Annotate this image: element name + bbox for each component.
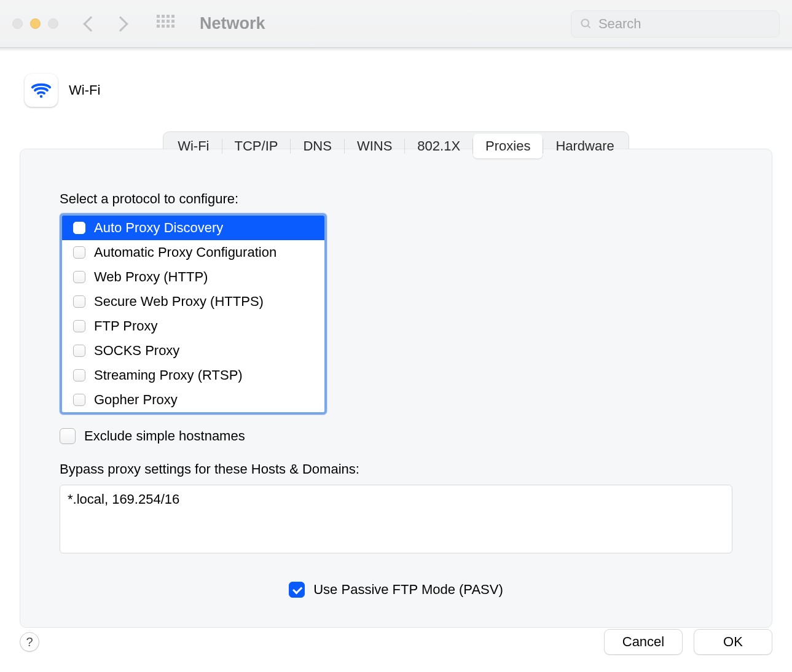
protocol-item-auto-discovery[interactable]: Auto Proxy Discovery <box>62 216 324 240</box>
window-zoom-button[interactable] <box>48 18 58 29</box>
traffic-lights <box>12 18 58 29</box>
proxies-panel: Select a protocol to configure: Auto Pro… <box>20 149 772 628</box>
protocol-checkbox[interactable] <box>73 320 85 332</box>
back-icon[interactable] <box>83 16 98 31</box>
protocol-list[interactable]: Auto Proxy Discovery Automatic Proxy Con… <box>60 213 327 415</box>
tab-dns[interactable]: DNS <box>291 134 343 158</box>
protocol-label: Automatic Proxy Configuration <box>94 244 276 260</box>
svg-line-1 <box>587 25 590 28</box>
protocol-item-auto-config[interactable]: Automatic Proxy Configuration <box>62 240 324 265</box>
tab-wifi[interactable]: Wi-Fi <box>165 134 221 158</box>
tab-proxies[interactable]: Proxies <box>473 134 543 158</box>
forward-icon[interactable] <box>112 16 128 31</box>
wifi-icon <box>25 74 58 107</box>
sheet-header: Wi-Fi <box>0 61 792 113</box>
ok-button[interactable]: OK <box>694 629 772 655</box>
protocol-label: Secure Web Proxy (HTTPS) <box>94 294 264 310</box>
svg-point-0 <box>581 19 589 26</box>
help-button[interactable]: ? <box>20 632 39 652</box>
svg-point-2 <box>40 95 43 98</box>
tab-bar: Wi-Fi TCP/IP DNS WINS 802.1X Proxies Har… <box>163 131 629 161</box>
tab-tcpip[interactable]: TCP/IP <box>222 134 291 158</box>
protocol-checkbox[interactable] <box>73 222 85 234</box>
cancel-button[interactable]: Cancel <box>604 629 683 655</box>
protocol-checkbox[interactable] <box>73 271 85 283</box>
protocol-checkbox[interactable] <box>73 246 85 259</box>
sheet-footer: ? Cancel OK <box>0 629 792 655</box>
protocol-item-gopher[interactable]: Gopher Proxy <box>62 388 324 412</box>
toolbar: Network <box>0 0 792 48</box>
exclude-simple-checkbox[interactable] <box>60 428 76 444</box>
protocol-checkbox[interactable] <box>73 345 85 357</box>
search-input[interactable] <box>598 16 770 32</box>
sheet-title: Wi-Fi <box>69 82 100 98</box>
protocol-label: FTP Proxy <box>94 318 158 334</box>
exclude-simple-row[interactable]: Exclude simple hostnames <box>60 428 732 444</box>
bypass-label: Bypass proxy settings for these Hosts & … <box>60 461 732 477</box>
protocol-label: SOCKS Proxy <box>94 343 179 359</box>
protocol-checkbox[interactable] <box>73 295 85 308</box>
settings-sheet: Wi-Fi Wi-Fi TCP/IP DNS WINS 802.1X Proxi… <box>0 48 792 672</box>
pasv-checkbox[interactable] <box>289 582 305 598</box>
search-icon <box>580 17 592 31</box>
nav-arrows <box>85 18 126 29</box>
show-all-icon[interactable] <box>157 15 175 33</box>
exclude-simple-label: Exclude simple hostnames <box>84 428 245 444</box>
bypass-textarea[interactable] <box>60 485 732 553</box>
protocol-checkbox[interactable] <box>73 394 85 406</box>
search-field[interactable] <box>571 10 780 37</box>
tab-wins[interactable]: WINS <box>345 134 404 158</box>
window-minimize-button[interactable] <box>30 18 41 29</box>
window-title: Network <box>200 14 265 33</box>
pasv-label: Use Passive FTP Mode (PASV) <box>313 582 503 598</box>
protocol-item-rtsp[interactable]: Streaming Proxy (RTSP) <box>62 363 324 388</box>
protocol-item-https[interactable]: Secure Web Proxy (HTTPS) <box>62 289 324 314</box>
protocol-label: Streaming Proxy (RTSP) <box>94 367 243 383</box>
protocol-label: Auto Proxy Discovery <box>94 220 223 236</box>
tab-hardware[interactable]: Hardware <box>543 134 626 158</box>
pasv-row[interactable]: Use Passive FTP Mode (PASV) <box>60 582 732 598</box>
protocol-item-ftp[interactable]: FTP Proxy <box>62 314 324 338</box>
protocol-item-http[interactable]: Web Proxy (HTTP) <box>62 265 324 289</box>
window-close-button[interactable] <box>12 18 23 29</box>
protocol-label: Gopher Proxy <box>94 392 178 408</box>
protocol-item-socks[interactable]: SOCKS Proxy <box>62 338 324 363</box>
tab-8021x[interactable]: 802.1X <box>405 134 472 158</box>
protocol-checkbox[interactable] <box>73 369 85 381</box>
protocol-list-label: Select a protocol to configure: <box>60 191 732 207</box>
protocol-label: Web Proxy (HTTP) <box>94 269 208 285</box>
